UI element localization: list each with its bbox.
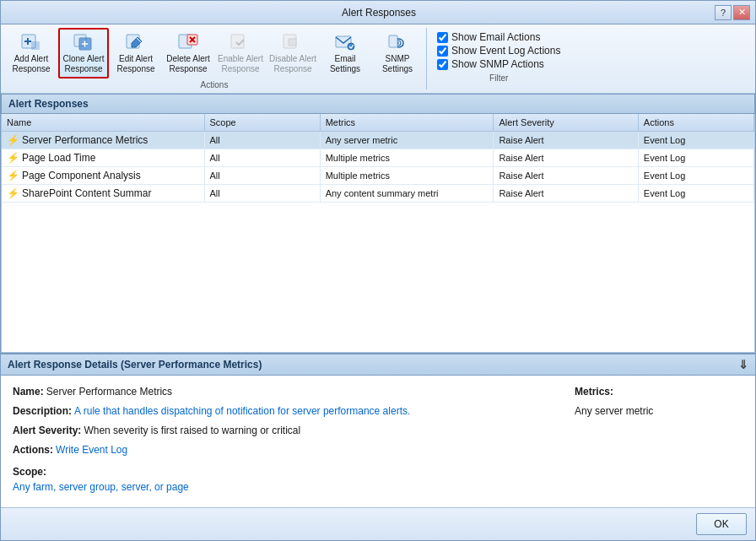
edit-alert-response-button[interactable]: Edit AlertResponse	[111, 28, 161, 78]
cell-scope: All	[204, 167, 320, 185]
alert-responses-panel: Alert Responses Name Scope Metrics Alert…	[1, 94, 755, 353]
toolbar: Add AlertResponse Clone AlertResponse	[1, 24, 755, 94]
show-snmp-checkbox[interactable]: Show SNMP Actions	[437, 58, 560, 70]
cell-actions: Event Log	[638, 167, 753, 185]
detail-alert-severity-row: Alert Severity: When severity is first r…	[13, 423, 549, 438]
cell-scope: All	[204, 185, 320, 203]
disable-alert-response-button[interactable]: Disable AlertResponse	[267, 28, 318, 78]
table-row[interactable]: ⚡Server Performance MetricsAllAny server…	[2, 132, 754, 149]
title-buttons: ? ✕	[715, 5, 750, 20]
detail-actions-value: Write Event Log	[56, 444, 127, 456]
cell-name: ⚡SharePoint Content Summar	[2, 185, 204, 203]
enable-alert-icon	[229, 32, 252, 52]
email-settings-button[interactable]: EmailSettings	[320, 28, 370, 78]
cell-metrics: Multiple metrics	[320, 149, 494, 167]
detail-name-label: Name:	[13, 386, 44, 398]
show-snmp-input[interactable]	[437, 59, 448, 70]
detail-name-row: Name: Server Performance Metrics	[13, 384, 549, 399]
col-alert-severity: Alert Severity	[494, 114, 638, 132]
filter-section: Show Email Actions Show Event Log Action…	[430, 28, 567, 89]
toolbar-buttons: Add AlertResponse Clone AlertResponse	[6, 28, 423, 78]
bottom-bar: OK	[1, 507, 755, 540]
edit-alert-label: Edit AlertResponse	[116, 54, 154, 74]
show-event-log-checkbox[interactable]: Show Event Log Actions	[437, 45, 560, 57]
show-event-log-label: Show Event Log Actions	[451, 45, 560, 57]
help-button[interactable]: ?	[715, 5, 732, 20]
window-title: Alert Responses	[43, 7, 715, 19]
add-alert-response-button[interactable]: Add AlertResponse	[6, 28, 57, 78]
col-scope: Scope	[204, 114, 320, 132]
email-settings-icon	[333, 32, 357, 52]
col-metrics: Metrics	[320, 114, 494, 132]
actions-group: Add AlertResponse Clone AlertResponse	[6, 28, 423, 89]
show-snmp-label: Show SNMP Actions	[451, 58, 544, 70]
lightning-icon: ⚡	[7, 170, 19, 181]
alert-responses-body: ⚡Server Performance MetricsAllAny server…	[2, 132, 754, 203]
cell-alert-severity: Raise Alert	[494, 185, 638, 203]
edit-alert-icon	[124, 32, 148, 52]
delete-alert-label: Delete AlertResponse	[166, 54, 210, 74]
detail-name-value: Server Performance Metrics	[46, 386, 172, 398]
details-title: Alert Response Details (Server Performan…	[8, 359, 262, 371]
alert-responses-table: Name Scope Metrics Alert Severity Action…	[2, 114, 754, 203]
cell-actions: Event Log	[638, 185, 753, 203]
alert-responses-header: Alert Responses	[1, 94, 755, 114]
snmp-settings-icon	[386, 32, 409, 52]
ok-button[interactable]: OK	[696, 513, 747, 535]
lightning-icon: ⚡	[7, 134, 19, 146]
table-row[interactable]: ⚡SharePoint Content SummarAllAny content…	[2, 185, 754, 203]
enable-alert-label: Enable AlertResponse	[218, 54, 263, 74]
detail-alert-severity-value: When severity is first raised to warning…	[84, 425, 300, 436]
cell-scope: All	[204, 149, 320, 167]
filter-checkboxes: Show Email Actions Show Event Log Action…	[437, 31, 560, 70]
detail-actions-row: Actions: Write Event Log	[13, 442, 549, 457]
details-left-column: Name: Server Performance Metrics Descrip…	[13, 384, 549, 499]
close-button[interactable]: ✕	[733, 5, 750, 20]
detail-metrics-value-row: Any server metric	[575, 403, 743, 419]
snmp-settings-button[interactable]: SNMPSettings	[372, 28, 423, 78]
main-content: Alert Responses Name Scope Metrics Alert…	[1, 94, 755, 507]
detail-description-row: Description: A rule that handles dispatc…	[13, 403, 549, 419]
cell-alert-severity: Raise Alert	[494, 149, 638, 167]
detail-metrics-row: Metrics:	[575, 384, 743, 399]
cell-actions: Event Log	[638, 149, 753, 167]
show-email-actions-checkbox[interactable]: Show Email Actions	[437, 31, 560, 43]
cell-alert-severity: Raise Alert	[494, 167, 638, 185]
details-content: Name: Server Performance Metrics Descrip…	[1, 376, 755, 507]
disable-alert-icon	[281, 32, 305, 52]
collapse-button[interactable]: ⇓	[738, 358, 748, 371]
clone-alert-response-button[interactable]: Clone AlertResponse	[58, 28, 109, 78]
enable-alert-response-button[interactable]: Enable AlertResponse	[215, 28, 266, 78]
title-bar: Alert Responses ? ✕	[1, 1, 755, 24]
show-email-input[interactable]	[437, 32, 448, 43]
table-header-row: Name Scope Metrics Alert Severity Action…	[2, 114, 754, 132]
cell-name: ⚡Page Component Analysis	[2, 167, 204, 185]
svg-rect-11	[389, 35, 397, 47]
cell-alert-severity: Raise Alert	[494, 132, 638, 149]
details-section: Alert Response Details (Server Performan…	[1, 353, 755, 507]
detail-actions-label: Actions:	[13, 444, 53, 456]
cell-metrics: Any content summary metri	[320, 185, 494, 203]
clone-alert-label: Clone AlertResponse	[63, 54, 105, 74]
show-email-label: Show Email Actions	[451, 31, 540, 43]
cell-actions: Event Log	[638, 132, 753, 149]
detail-alert-severity-label: Alert Severity:	[13, 425, 81, 436]
details-header: Alert Response Details (Server Performan…	[1, 354, 755, 376]
alert-responses-table-area: Name Scope Metrics Alert Severity Action…	[1, 114, 755, 353]
table-row[interactable]: ⚡Page Component AnalysisAllMultiple metr…	[2, 167, 754, 185]
filter-label: Filter	[437, 73, 560, 83]
cell-metrics: Multiple metrics	[320, 167, 494, 185]
detail-scope-value: Any farm, server group, server, or page	[13, 481, 189, 493]
cell-name: ⚡Page Load Time	[2, 149, 204, 167]
svg-rect-1	[31, 41, 40, 50]
detail-metrics-label: Metrics:	[575, 386, 613, 398]
clone-alert-icon	[72, 32, 95, 52]
detail-scope-label: Scope:	[13, 466, 46, 478]
table-row[interactable]: ⚡Page Load TimeAllMultiple metricsRaise …	[2, 149, 754, 167]
detail-metrics-value: Any server metric	[575, 405, 653, 417]
details-right-column: Metrics: Any server metric	[575, 384, 743, 499]
show-event-log-input[interactable]	[437, 46, 448, 57]
delete-alert-response-button[interactable]: Delete AlertResponse	[163, 28, 213, 78]
detail-scope-row: Scope: Any farm, server group, server, o…	[13, 464, 549, 495]
detail-description-label: Description:	[13, 405, 72, 417]
